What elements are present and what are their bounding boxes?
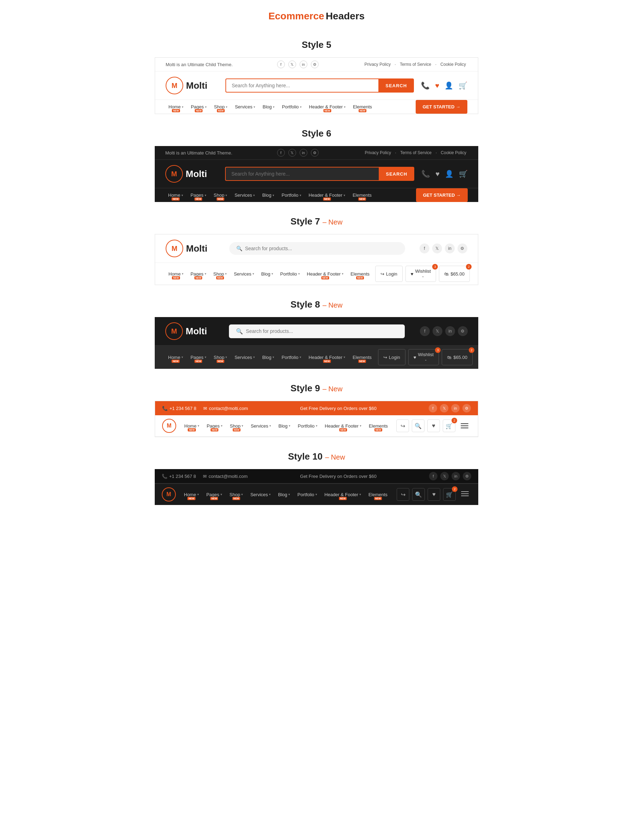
style8-login-button[interactable]: ↪ Login (378, 349, 405, 365)
style9-twitter-icon[interactable]: 𝕏 (440, 404, 449, 412)
style6-nav-shop[interactable]: Shop ▾NEW (211, 188, 230, 202)
style8-nav-home[interactable]: Home ▾NEW (165, 351, 186, 364)
style5-logo[interactable]: M Molti (165, 77, 218, 94)
facebook-icon[interactable]: f (277, 60, 285, 68)
style5-search-input[interactable] (225, 79, 378, 93)
style10-nav-elements[interactable]: ElementsNEW (366, 488, 391, 502)
style7-wishlist-button[interactable]: ♥ Wishlist - 3 (405, 266, 436, 282)
cart-icon[interactable]: 🛒 (458, 81, 468, 90)
style10-instagram-icon[interactable]: in (452, 472, 460, 480)
style10-settings-icon[interactable]: ⚙ (463, 472, 471, 480)
style6-nav-portfolio[interactable]: Portfolio ▾ (279, 188, 304, 202)
style8-cart-button[interactable]: 🛍 $65.00 2 (442, 349, 472, 365)
style9-nav-header-footer[interactable]: Header & Footer ▾NEW (322, 419, 364, 433)
style10-nav-home[interactable]: Home ▾NEW (181, 488, 202, 502)
style10-search-btn[interactable]: 🔍 (412, 488, 425, 501)
style10-nav-portfolio[interactable]: Portfolio ▾ (295, 488, 320, 502)
style7-logo[interactable]: M Molti (165, 240, 218, 257)
settings-icon[interactable]: ⚙ (311, 60, 319, 68)
style10-logo-icon[interactable]: M (162, 487, 176, 502)
style8-nav-pages[interactable]: Pages ▾NEW (188, 351, 209, 364)
style8-nav-shop[interactable]: Shop ▾NEW (211, 351, 230, 364)
style10-login-btn[interactable]: ↪ (397, 488, 409, 501)
style8-nav-header-footer[interactable]: Header & Footer ▾NEW (306, 351, 348, 364)
style7-twitter-icon[interactable]: 𝕏 (432, 243, 442, 253)
style5-get-started-button[interactable]: GET STARTED → (416, 100, 468, 114)
style9-nav-elements[interactable]: ElementsNEW (366, 419, 391, 433)
style6-search-button[interactable]: SEARCH (379, 167, 414, 181)
phone-icon[interactable]: 📞 (421, 81, 430, 90)
style10-cart-btn[interactable]: 🛒 2 (443, 488, 456, 501)
style9-nav-portfolio[interactable]: Portfolio ▾ (295, 419, 320, 433)
style6-logo[interactable]: M Molti (165, 165, 218, 183)
nav-item-services[interactable]: Services ▾ (232, 100, 258, 114)
style8-nav-blog[interactable]: Blog ▾ (260, 351, 277, 364)
style10-twitter-icon[interactable]: 𝕏 (440, 472, 449, 480)
style9-settings-icon[interactable]: ⚙ (463, 404, 471, 412)
style7-cart-button[interactable]: 🛍 $65.00 2 (439, 266, 470, 282)
style8-settings-icon[interactable]: ⚙ (458, 326, 468, 336)
style7-instagram-icon[interactable]: in (445, 243, 455, 253)
twitter-icon[interactable]: 𝕏 (288, 60, 296, 68)
style8-nav-portfolio[interactable]: Portfolio ▾ (279, 351, 304, 364)
style6-get-started-button[interactable]: GET STARTED → (416, 188, 468, 202)
nav-item-elements[interactable]: ElementsNEW (350, 100, 375, 114)
style9-nav-blog[interactable]: Blog ▾ (276, 419, 293, 433)
style9-cart-btn[interactable]: 🛒 2 (443, 420, 455, 432)
style6-search-input[interactable] (225, 167, 379, 181)
style8-nav-elements[interactable]: ElementsNEW (350, 351, 375, 364)
style7-nav-portfolio[interactable]: Portfolio ▾ (277, 267, 303, 281)
privacy-link[interactable]: Privacy Policy (364, 62, 391, 67)
style8-nav-services[interactable]: Services ▾ (232, 351, 258, 364)
style8-instagram-icon[interactable]: in (445, 326, 455, 336)
style10-wishlist-btn[interactable]: ♥ (428, 488, 440, 501)
style6-cart-icon[interactable]: 🛒 (459, 170, 468, 178)
style6-wishlist-icon[interactable]: ♥ (435, 170, 439, 178)
terms-link[interactable]: Terms of Service (400, 62, 431, 67)
style6-facebook-icon[interactable]: f (277, 149, 285, 156)
style10-menu-button[interactable] (458, 488, 471, 501)
style10-facebook-icon[interactable]: f (429, 472, 438, 480)
style8-twitter-icon[interactable]: 𝕏 (433, 326, 442, 336)
style9-facebook-icon[interactable]: f (429, 404, 437, 412)
style9-nav-home[interactable]: Home ▾NEW (181, 419, 202, 433)
style9-login-btn[interactable]: ↪ (396, 420, 409, 432)
style9-nav-services[interactable]: Services ▾ (248, 419, 274, 433)
style8-logo[interactable]: M Molti (165, 322, 218, 340)
style6-nav-home[interactable]: Home ▾NEW (165, 188, 186, 202)
style6-terms-link[interactable]: Terms of Service (400, 150, 431, 155)
style7-nav-services[interactable]: Services ▾ (231, 267, 257, 281)
nav-item-pages[interactable]: Pages ▾NEW (188, 100, 209, 114)
style7-facebook-icon[interactable]: f (420, 243, 429, 253)
style9-search-btn[interactable]: 🔍 (412, 420, 424, 432)
style7-settings-icon[interactable]: ⚙ (458, 243, 468, 253)
style7-nav-header-footer[interactable]: Header & Footer ▾NEW (304, 267, 346, 281)
style10-nav-blog[interactable]: Blog ▾ (276, 488, 293, 502)
style9-instagram-icon[interactable]: in (451, 404, 460, 412)
nav-item-shop[interactable]: Shop ▾NEW (211, 100, 230, 114)
style9-nav-shop[interactable]: Shop ▾NEW (227, 419, 246, 433)
style7-search-input[interactable] (245, 246, 398, 251)
style6-nav-header-footer[interactable]: Header & Footer ▾NEW (306, 188, 348, 202)
style9-wishlist-btn[interactable]: ♥ (427, 420, 440, 432)
style6-settings-icon[interactable]: ⚙ (311, 149, 319, 156)
style10-nav-header-footer[interactable]: Header & Footer ▾NEW (322, 488, 364, 502)
style6-twitter-icon[interactable]: 𝕏 (288, 149, 296, 156)
style5-search-button[interactable]: SEARCH (378, 79, 414, 93)
nav-item-portfolio[interactable]: Portfolio ▾ (279, 100, 304, 114)
style7-nav-blog[interactable]: Blog ▾ (258, 267, 276, 281)
style6-cookie-link[interactable]: Cookie Policy (441, 150, 466, 155)
style10-nav-pages[interactable]: Pages ▾NEW (204, 488, 225, 502)
style6-nav-blog[interactable]: Blog ▾ (260, 188, 277, 202)
style6-nav-pages[interactable]: Pages ▾NEW (188, 188, 209, 202)
style7-nav-pages[interactable]: Pages ▾NEW (188, 267, 209, 281)
style9-nav-pages[interactable]: Pages ▾NEW (204, 419, 225, 433)
style6-phone-icon[interactable]: 📞 (421, 170, 430, 178)
style8-facebook-icon[interactable]: f (420, 326, 430, 336)
style6-nav-services[interactable]: Services ▾ (232, 188, 258, 202)
cookie-link[interactable]: Cookie Policy (440, 62, 466, 67)
instagram-icon[interactable]: in (300, 60, 307, 68)
style7-login-button[interactable]: ↪ Login (375, 266, 403, 282)
style6-instagram-icon[interactable]: in (300, 149, 307, 156)
nav-item-header-footer[interactable]: Header & Footer ▾NEW (306, 100, 348, 114)
